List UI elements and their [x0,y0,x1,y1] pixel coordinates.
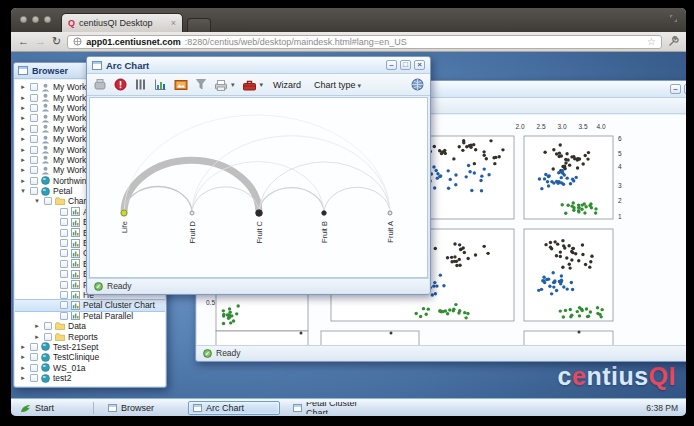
close-icon[interactable]: × [414,60,425,70]
checkbox[interactable] [30,166,38,174]
tree-item-petal-parallel[interactable]: Petal Parallel [15,311,165,321]
minimize-icon[interactable]: – [386,60,397,70]
checkbox[interactable] [60,249,68,257]
maximize-icon[interactable]: □ [684,84,686,94]
arc-node[interactable] [388,211,392,215]
checkbox[interactable] [30,104,38,112]
checkbox[interactable] [30,187,38,195]
tree-item-test-21sept[interactable]: ▸Test-21Sept [15,342,165,352]
checkbox[interactable] [60,260,68,268]
new-tab-button[interactable] [187,18,211,32]
task-button-browser[interactable]: Browser [103,401,195,415]
checkbox[interactable] [60,208,68,216]
arc-node[interactable] [256,210,262,216]
back-icon[interactable]: ← [18,36,29,47]
checkbox[interactable] [30,156,38,164]
checkbox[interactable] [60,281,68,289]
minimize-icon[interactable]: – [670,84,681,94]
arc-node[interactable] [121,210,127,216]
fullscreen-icon[interactable] [669,14,678,23]
expander-icon[interactable]: ▸ [19,166,27,174]
expander-icon[interactable]: ▸ [19,94,27,102]
checkbox[interactable] [30,114,38,122]
maximize-icon[interactable]: □ [400,60,411,70]
expander-icon[interactable]: ▸ [19,146,27,154]
wrench-icon[interactable] [668,36,679,47]
expander-icon[interactable]: ▸ [33,322,41,330]
chart-type-button[interactable]: Chart type [311,79,364,91]
expander-icon[interactable]: ▸ [19,156,27,164]
expander-icon[interactable]: ▸ [19,177,27,185]
print-icon[interactable] [214,79,235,91]
expander-icon[interactable]: ▾ [19,187,27,195]
toolbox-icon[interactable] [242,79,264,91]
checkbox[interactable] [30,125,38,133]
arc-chart-window[interactable]: Arc Chart – □ × [86,56,431,295]
scatter-point [581,162,584,165]
checkbox[interactable] [60,270,68,278]
checkbox[interactable] [30,343,38,351]
browser-tab[interactable]: Q centiusQI Desktop × [61,13,183,32]
reload-icon[interactable]: ↻ [52,36,61,47]
expander-icon[interactable]: ▸ [19,353,27,361]
image-icon[interactable] [174,79,188,91]
start-button[interactable]: Start [20,401,54,415]
arc-node[interactable] [322,211,326,215]
expander-icon[interactable]: ▸ [19,135,27,143]
filter-icon[interactable] [195,78,207,91]
bookmark-star-icon[interactable]: ☆ [647,37,656,47]
checkbox[interactable] [60,301,68,309]
checkbox[interactable] [30,177,38,185]
scatter-point [548,285,551,288]
checkbox[interactable] [60,312,68,320]
arc-chart-area[interactable]: LifeFruit DFruit CFruit BFruit A [89,97,428,278]
globe-icon[interactable] [411,78,424,91]
expander-icon[interactable]: ▸ [19,125,27,133]
axis-tick-label: 3 [618,182,622,189]
task-button-arc-chart[interactable]: Arc Chart [188,401,280,415]
checkbox[interactable] [60,239,68,247]
address-bar[interactable]: app01.centiusnet.com :8280/centius/web/d… [67,35,662,49]
tree-item-petal-cluster-chart[interactable]: Petal Cluster Chart [15,300,165,310]
tree-item-test2[interactable]: ▸test2 [15,373,165,383]
zoom-window-icon[interactable] [44,16,51,23]
parallel-coordinates-icon[interactable] [134,78,147,91]
checkbox[interactable] [30,135,38,143]
stop-icon[interactable] [114,78,127,91]
checkbox[interactable] [30,364,38,372]
close-window-icon[interactable] [20,16,27,23]
checkbox[interactable] [44,197,52,205]
tree-item-data[interactable]: ▸Data [15,321,165,331]
checkbox[interactable] [30,94,38,102]
expander-icon[interactable]: ▸ [19,364,27,372]
checkbox[interactable] [60,229,68,237]
checkbox[interactable] [60,218,68,226]
tab-close-icon[interactable]: × [171,18,176,28]
arc-window-title-bar[interactable]: Arc Chart – □ × [87,57,430,74]
minimize-window-icon[interactable] [32,16,39,23]
tree-item-ws-01a[interactable]: ▸WS_01a [15,363,165,373]
axis-tick-label: 4.0 [596,123,605,130]
expander-icon[interactable]: ▸ [19,83,27,91]
checkbox[interactable] [44,322,52,330]
checkbox[interactable] [30,353,38,361]
expander-icon[interactable]: ▾ [33,197,41,205]
checkbox[interactable] [44,333,52,341]
expander-icon[interactable]: ▸ [19,343,27,351]
checkbox[interactable] [30,374,38,382]
checkbox[interactable] [60,291,68,299]
arc-node[interactable] [190,211,194,215]
expander-icon[interactable]: ▸ [33,333,41,341]
task-button-petal-cluster-chart[interactable]: Petal Cluster Chart [288,401,380,415]
wizard-button[interactable]: Wizard [270,79,304,91]
forward-icon[interactable]: → [35,36,46,47]
bar-chart-icon[interactable] [154,78,167,91]
expander-icon[interactable]: ▸ [19,114,27,122]
export-icon[interactable] [93,78,107,91]
tree-item-reports[interactable]: ▸Reports [15,331,165,341]
checkbox[interactable] [30,146,38,154]
checkbox[interactable] [30,83,38,91]
expander-icon[interactable]: ▸ [19,104,27,112]
expander-icon[interactable]: ▸ [19,374,27,382]
tree-item-testclinique[interactable]: ▸TestClinique [15,352,165,362]
